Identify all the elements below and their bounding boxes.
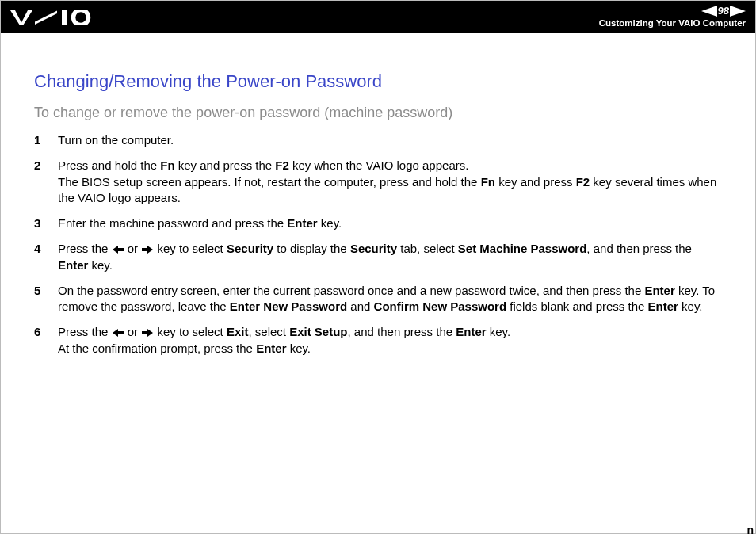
svg-marker-6 (113, 329, 124, 337)
arrow-left-icon (113, 329, 124, 337)
steps-list: 1Turn on the computer. 2Press and hold t… (34, 132, 722, 357)
svg-point-1 (74, 10, 89, 25)
step-item: 3Enter the machine password and press th… (34, 216, 722, 231)
step-text: Press and hold the Fn key and press the … (58, 158, 722, 206)
step-number: 1 (34, 133, 58, 147)
step-item: 6Press the or key to select Exit, select… (34, 324, 722, 357)
page-subtitle: To change or remove the power-on passwor… (34, 105, 722, 121)
arrow-right-icon (142, 329, 153, 337)
step-text: Turn on the computer. (58, 132, 174, 148)
vaio-logo (10, 1, 94, 33)
step-text: Press the or key to select Security to d… (58, 241, 722, 273)
nav-pager: 98 (701, 5, 746, 17)
step-number: 6 (34, 325, 58, 338)
step-number: 5 (34, 284, 58, 297)
svg-marker-4 (113, 246, 124, 254)
section-title: Customizing Your VAIO Computer (599, 18, 746, 29)
step-item: 4Press the or key to select Security to … (34, 241, 722, 273)
next-page-icon[interactable] (730, 6, 746, 17)
page-number: 98 (717, 5, 730, 17)
page-title: Changing/Removing the Power-on Password (34, 71, 722, 92)
step-text: Enter the machine password and press the… (58, 216, 342, 231)
step-item: 1Turn on the computer. (34, 132, 722, 148)
svg-marker-5 (142, 246, 153, 254)
header-bar: 98 Customizing Your VAIO Computer (1, 1, 755, 33)
svg-marker-3 (730, 6, 746, 17)
step-item: 5On the password entry screen, enter the… (34, 283, 722, 315)
step-number: 3 (34, 216, 58, 230)
step-number: 4 (34, 242, 58, 255)
step-text: Press the or key to select Exit, select … (58, 324, 510, 357)
svg-marker-7 (142, 329, 153, 337)
step-number: 2 (34, 158, 58, 172)
svg-marker-2 (701, 6, 717, 17)
step-text: On the password entry screen, enter the … (58, 283, 722, 315)
arrow-right-icon (142, 246, 153, 254)
svg-rect-0 (62, 10, 67, 25)
arrow-left-icon (113, 246, 124, 254)
prev-page-icon[interactable] (701, 6, 717, 17)
step-item: 2Press and hold the Fn key and press the… (34, 158, 722, 206)
header-right: 98 Customizing Your VAIO Computer (599, 5, 746, 29)
page-corner-n: n (746, 524, 754, 534)
page-content: Changing/Removing the Power-on Password … (1, 33, 755, 357)
